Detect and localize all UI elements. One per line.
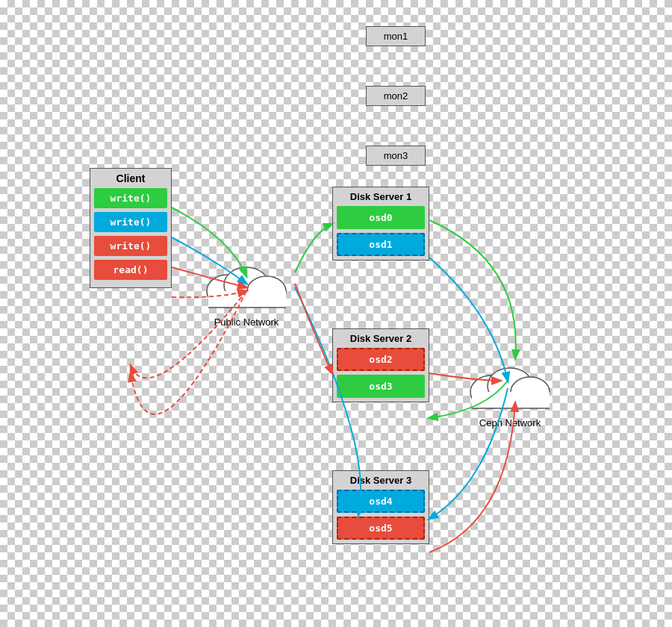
osd1: osd1: [337, 233, 425, 256]
disk-server-2: Disk Server 2 osd2 osd3: [332, 328, 429, 402]
client-write-red: write(): [94, 236, 167, 256]
public-network-box: Public Network: [198, 254, 295, 328]
client-write-blue: write(): [94, 212, 167, 232]
mon3-box: mon3: [366, 146, 426, 166]
client-read: read(): [94, 260, 167, 280]
osd2: osd2: [337, 348, 425, 371]
client-title: Client: [94, 172, 167, 184]
client-box: Client write() write() write() read(): [90, 168, 172, 288]
mon2-label: mon2: [384, 90, 408, 102]
osd5: osd5: [337, 517, 425, 540]
disk-server-1: Disk Server 1 osd0 osd1: [332, 187, 429, 261]
mon3-label: mon3: [384, 150, 408, 161]
ceph-network-cloud: [461, 355, 559, 422]
mon1-box: mon1: [366, 26, 426, 46]
public-network-cloud: [198, 254, 295, 321]
disk-server-3-title: Disk Server 3: [337, 475, 425, 486]
svg-rect-8: [472, 392, 550, 408]
diagram-container: mon1 mon2 mon3 Client write() write() wr…: [0, 0, 672, 627]
osd3: osd3: [337, 375, 425, 398]
ceph-network-box: Ceph Network: [461, 355, 559, 428]
mon2-box: mon2: [366, 86, 426, 106]
osd0: osd0: [337, 206, 425, 229]
disk-server-3: Disk Server 3 osd4 osd5: [332, 470, 429, 544]
disk-server-2-title: Disk Server 2: [337, 333, 425, 344]
disk-server-1-title: Disk Server 1: [337, 191, 425, 202]
osd4: osd4: [337, 490, 425, 513]
mon1-label: mon1: [384, 31, 408, 42]
svg-rect-3: [208, 291, 286, 308]
client-write-green: write(): [94, 188, 167, 208]
